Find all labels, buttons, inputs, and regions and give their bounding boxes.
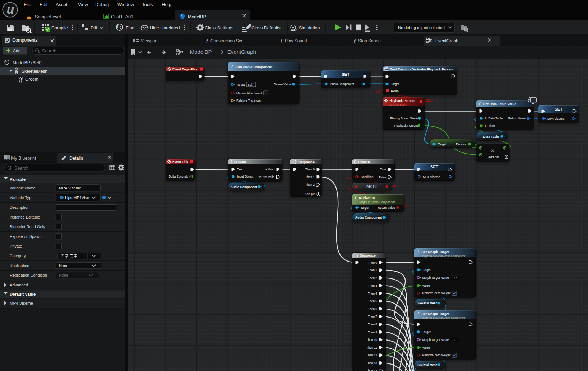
svg-text:?: ? bbox=[230, 160, 233, 164]
svg-text:Then 1: Then 1 bbox=[305, 175, 315, 179]
svg-text:Relative Transform: Relative Transform bbox=[236, 99, 261, 102]
svg-text:f: f bbox=[206, 39, 208, 44]
svg-text:SET: SET bbox=[342, 72, 349, 76]
svg-text:f: f bbox=[354, 39, 356, 44]
svg-text:Return Value: Return Value bbox=[378, 206, 395, 210]
svg-text:In Data Table: In Data Table bbox=[485, 117, 503, 120]
svg-text:SET: SET bbox=[430, 165, 438, 169]
svg-text:Hide Unrelated: Hide Unrelated bbox=[150, 25, 180, 30]
svg-text:Audio Component: Audio Component bbox=[330, 82, 355, 86]
svg-text:Return Value: Return Value bbox=[508, 117, 526, 120]
svg-text:FF: FF bbox=[453, 338, 457, 342]
svg-text:MP4 Viseme: MP4 Viseme bbox=[59, 186, 81, 190]
svg-text:No debug object selected: No debug object selected bbox=[398, 25, 445, 30]
svg-text:Target is Skeletal Mesh Compon: Target is Skeletal Mesh Component bbox=[422, 316, 466, 319]
svg-text:ModelBP: ModelBP bbox=[190, 49, 212, 55]
svg-text:Set Morph Target: Set Morph Target bbox=[422, 312, 450, 316]
svg-text:Target: Target bbox=[361, 206, 369, 210]
svg-text:Then 11: Then 11 bbox=[366, 346, 377, 349]
svg-text:Target: Target bbox=[391, 82, 399, 86]
svg-text:Remove Zero Weight: Remove Zero Weight bbox=[422, 291, 451, 295]
svg-text:Viewport: Viewport bbox=[141, 38, 158, 43]
svg-text:In Time: In Time bbox=[485, 124, 495, 127]
svg-text:Then 9: Then 9 bbox=[368, 330, 377, 334]
svg-text:Then 7: Then 7 bbox=[368, 315, 377, 318]
svg-text:Morph Target Name: Morph Target Name bbox=[422, 276, 449, 280]
svg-text:Replication Condition: Replication Condition bbox=[10, 273, 47, 277]
svg-text:Then 3: Then 3 bbox=[368, 284, 377, 287]
svg-text:Category: Category bbox=[10, 254, 26, 258]
svg-text:Playback Percent: Playback Percent bbox=[394, 124, 418, 127]
svg-text:MP4 Viseme: MP4 Viseme bbox=[423, 175, 440, 179]
svg-text:Playing Sound Wave: Playing Sound Wave bbox=[390, 117, 418, 120]
svg-text:Variable: Variable bbox=[10, 177, 26, 182]
svg-text:MP4 Viseme: MP4 Viseme bbox=[547, 117, 565, 121]
svg-text:Simulation: Simulation bbox=[299, 25, 320, 30]
svg-text:Audio Component: Audio Component bbox=[355, 216, 382, 219]
svg-text:SkeletalMesh: SkeletalMesh bbox=[22, 69, 47, 74]
svg-text:My Blueprint: My Blueprint bbox=[11, 156, 36, 161]
svg-text:Private: Private bbox=[10, 244, 22, 248]
svg-text:Sequence: Sequence bbox=[360, 253, 376, 257]
svg-text:Exec: Exec bbox=[237, 168, 244, 171]
svg-text:Target: Target bbox=[422, 268, 431, 272]
svg-text:f: f bbox=[281, 39, 282, 44]
svg-text:Is Playing: Is Playing bbox=[359, 196, 375, 199]
svg-text:Target is Audio Component: Target is Audio Component bbox=[359, 200, 395, 204]
svg-text:Class Defaults: Class Defaults bbox=[251, 25, 281, 30]
svg-text:Then 10: Then 10 bbox=[366, 338, 377, 342]
svg-text:Search: Search bbox=[14, 166, 29, 171]
svg-text:Data Table: Data Table bbox=[483, 135, 499, 138]
svg-text:Target is Skeletal Mesh Compon: Target is Skeletal Mesh Component bbox=[422, 254, 466, 258]
svg-text:Branch: Branch bbox=[358, 160, 370, 164]
svg-text:Description: Description bbox=[10, 205, 29, 210]
svg-text:Expose on Spawn: Expose on Spawn bbox=[10, 234, 42, 239]
svg-text:Default Value: Default Value bbox=[10, 292, 36, 296]
svg-text:Skeletal Mesh: Skeletal Mesh bbox=[417, 301, 437, 305]
svg-text:MP4 Viseme: MP4 Viseme bbox=[10, 301, 33, 305]
svg-text:Then 4: Then 4 bbox=[368, 292, 377, 295]
svg-text:Condition: Condition bbox=[361, 175, 374, 179]
svg-text:Then 8: Then 8 bbox=[368, 323, 377, 326]
svg-text:Diff: Diff bbox=[91, 25, 97, 30]
svg-text:Get Data Table Value: Get Data Table Value bbox=[483, 102, 516, 106]
svg-text:Morph Target Name: Morph Target Name bbox=[422, 338, 449, 342]
svg-text:EventGraph: EventGraph bbox=[227, 49, 256, 55]
svg-text:Stop Sound: Stop Sound bbox=[358, 38, 381, 43]
svg-text:Instance Editable: Instance Editable bbox=[10, 215, 40, 219]
svg-text:Event Tick: Event Tick bbox=[172, 160, 188, 164]
svg-text:Playback Percent: Playback Percent bbox=[389, 99, 416, 103]
svg-text:Add pin: Add pin bbox=[304, 192, 315, 196]
svg-text:Target: Target bbox=[438, 142, 446, 146]
svg-text:Then 12: Then 12 bbox=[366, 353, 377, 357]
svg-text:Delta Seconds: Delta Seconds bbox=[169, 175, 188, 178]
svg-text:Class Settings: Class Settings bbox=[205, 25, 233, 30]
svg-text:Then 13: Then 13 bbox=[366, 361, 377, 365]
svg-text:None: None bbox=[59, 263, 68, 268]
svg-text:Audio Component: Audio Component bbox=[231, 185, 258, 189]
svg-text:True: True bbox=[380, 168, 386, 171]
svg-text:Value: Value bbox=[422, 346, 430, 349]
svg-text:Remove Zero Weight: Remove Zero Weight bbox=[422, 353, 451, 357]
svg-text:EventGraph: EventGraph bbox=[435, 38, 458, 43]
svg-text:ModelBP (Self): ModelBP (Self) bbox=[13, 60, 41, 65]
svg-text:Lips MP4Vise: Lips MP4Vise bbox=[65, 196, 89, 200]
svg-text:Then 0: Then 0 bbox=[368, 261, 377, 264]
svg-text:Variable Name: Variable Name bbox=[10, 186, 36, 190]
svg-text:Then 6: Then 6 bbox=[368, 307, 377, 311]
svg-text:Value: Value bbox=[422, 284, 430, 287]
svg-text:Add Audio Component: Add Audio Component bbox=[235, 65, 273, 69]
svg-text:Sequence: Sequence bbox=[298, 160, 315, 164]
svg-text:Advanced: Advanced bbox=[10, 283, 28, 287]
svg-text:None: None bbox=[59, 273, 68, 277]
svg-text:self: self bbox=[248, 83, 253, 86]
svg-text:False: False bbox=[379, 175, 386, 179]
svg-text:Is Valid: Is Valid bbox=[265, 168, 274, 171]
svg-text:Blueprint Read Only: Blueprint Read Only bbox=[10, 225, 45, 229]
svg-text:Skeletal Mesh: Skeletal Mesh bbox=[417, 363, 437, 367]
svg-text:Return Value: Return Value bbox=[274, 83, 291, 86]
svg-text:Compile: Compile bbox=[51, 25, 68, 30]
svg-text:Manual Attachment: Manual Attachment bbox=[236, 91, 262, 95]
svg-text:Target: Target bbox=[236, 83, 245, 86]
svg-text:Input Object: Input Object bbox=[237, 175, 254, 178]
